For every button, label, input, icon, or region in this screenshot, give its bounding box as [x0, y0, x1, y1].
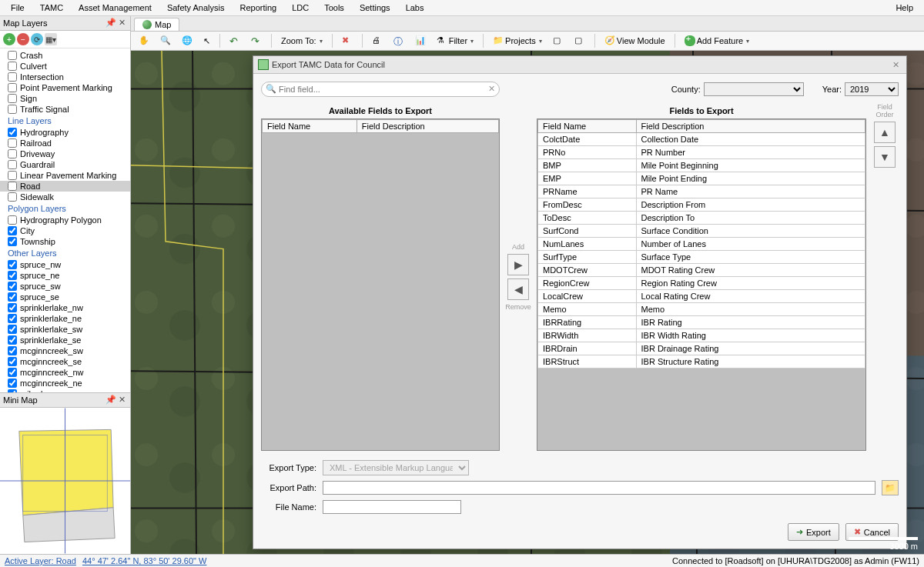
- tool-pointer[interactable]: ↖: [200, 35, 213, 48]
- menu-asset-management[interactable]: Asset Management: [71, 2, 159, 14]
- layer-checkbox[interactable]: [8, 314, 17, 323]
- layer-row[interactable]: mcginncreek_se: [0, 356, 130, 367]
- layer-row[interactable]: sprinklerlake_se: [0, 335, 130, 345]
- table-row[interactable]: MDOTCrewMDOT Rating Crew: [538, 264, 865, 277]
- layer-row[interactable]: Point Pavement Marking: [0, 82, 130, 93]
- layer-row[interactable]: Hydrography Polygon: [0, 215, 130, 225]
- layer-checkbox[interactable]: [8, 368, 17, 377]
- tool-print[interactable]: [369, 34, 386, 48]
- table-row[interactable]: SurfTypeSurface Type: [538, 251, 865, 264]
- view-module-button[interactable]: View Module: [601, 34, 668, 48]
- layer-row[interactable]: Linear Pavement Marking: [0, 170, 130, 181]
- tab-map[interactable]: Map: [134, 18, 179, 31]
- layer-checkbox[interactable]: [8, 128, 17, 137]
- layer-checkbox[interactable]: [8, 105, 17, 114]
- layer-row[interactable]: Culvert: [0, 61, 130, 72]
- export-fields-grid[interactable]: Field Name Field Description ColctDateCo…: [537, 118, 866, 451]
- table-row[interactable]: PRNoPR Number: [538, 146, 865, 159]
- layer-row[interactable]: spruce_nw: [0, 259, 130, 270]
- layer-row[interactable]: City: [0, 225, 130, 236]
- tool-next-extent[interactable]: [248, 34, 265, 48]
- tool-zoom-extent[interactable]: [179, 34, 196, 48]
- layer-row[interactable]: Sign: [0, 93, 130, 104]
- layer-checkbox[interactable]: [8, 335, 17, 345]
- tool-chart[interactable]: [412, 34, 429, 48]
- find-field-input[interactable]: [261, 82, 500, 97]
- layer-row[interactable]: Crash: [0, 50, 130, 61]
- add-button[interactable]: ▶: [507, 254, 529, 275]
- layer-row[interactable]: sprinklerlake_sw: [0, 324, 130, 335]
- layer-row[interactable]: Traffic Signal: [0, 104, 130, 115]
- active-layer-link[interactable]: Active Layer: Road: [5, 556, 76, 565]
- table-row[interactable]: IBRDrainIBR Drainage Rating: [538, 342, 865, 355]
- available-fields-grid[interactable]: Field Name Field Description: [261, 118, 500, 451]
- layer-row[interactable]: spruce_ne: [0, 270, 130, 281]
- table-row[interactable]: ToDescDescription To: [538, 212, 865, 225]
- col-field-name[interactable]: Field Name: [538, 120, 637, 133]
- tool-pan[interactable]: [136, 34, 152, 48]
- layer-checkbox[interactable]: [8, 149, 17, 158]
- table-row[interactable]: LocalCrewLocal Rating Crew: [538, 290, 865, 303]
- menu-tools[interactable]: Tools: [316, 2, 352, 14]
- layer-row[interactable]: sprinklerlake_nw: [0, 302, 130, 313]
- table-row[interactable]: MemoMemo: [538, 303, 865, 316]
- clear-icon[interactable]: ✕: [488, 84, 495, 94]
- move-up-button[interactable]: ▲: [874, 122, 896, 143]
- remove-button[interactable]: ◀: [507, 278, 529, 300]
- table-row[interactable]: IBRStructIBR Structure Rating: [538, 355, 865, 369]
- layer-row[interactable]: spruce_se: [0, 292, 130, 302]
- layer-row[interactable]: Hydrography: [0, 127, 130, 138]
- layer-checkbox[interactable]: [8, 357, 17, 366]
- export-path-input[interactable]: [323, 481, 875, 495]
- file-name-input[interactable]: [323, 500, 461, 514]
- layer-checkbox[interactable]: [8, 215, 17, 225]
- menu-ldc[interactable]: LDC: [284, 2, 316, 14]
- table-row[interactable]: NumLanesNumber of Lanes: [538, 238, 865, 251]
- layer-checkbox[interactable]: [8, 346, 17, 355]
- menu-tamc[interactable]: TAMC: [32, 2, 71, 14]
- move-down-button[interactable]: ▼: [874, 146, 896, 168]
- tool-zoom-rect[interactable]: [157, 34, 174, 48]
- layer-checkbox[interactable]: [8, 271, 17, 280]
- menu-settings[interactable]: Settings: [352, 2, 398, 14]
- layer-checkbox[interactable]: [8, 62, 17, 71]
- close-icon[interactable]: ✕: [116, 395, 127, 405]
- dialog-titlebar[interactable]: Export TAMC Data for Council ✕: [253, 56, 906, 74]
- table-row[interactable]: FromDescDescription From: [538, 198, 865, 212]
- layer-row[interactable]: Township: [0, 236, 130, 247]
- layer-checkbox[interactable]: [8, 226, 17, 235]
- col-field-desc[interactable]: Field Description: [357, 120, 498, 133]
- col-field-desc[interactable]: Field Description: [636, 120, 865, 133]
- close-icon[interactable]: ✕: [889, 60, 902, 70]
- layer-checkbox[interactable]: [8, 160, 17, 169]
- year-select[interactable]: 2019: [845, 82, 899, 96]
- menu-help[interactable]: Help: [888, 2, 921, 14]
- tool-window2[interactable]: [571, 34, 588, 48]
- layer-row[interactable]: Guardrail: [0, 159, 130, 170]
- export-button[interactable]: Export: [788, 523, 839, 541]
- menu-file[interactable]: File: [3, 2, 32, 14]
- pin-icon[interactable]: 📌: [105, 395, 116, 405]
- table-row[interactable]: PRNamePR Name: [538, 185, 865, 198]
- layer-row[interactable]: mcginncreek_nw: [0, 367, 130, 378]
- layer-checkbox[interactable]: [8, 171, 17, 180]
- add-layer-icon[interactable]: +: [3, 33, 15, 45]
- browse-button[interactable]: 📁: [882, 480, 899, 495]
- layer-checkbox[interactable]: [8, 51, 17, 60]
- layer-list[interactable]: CrashCulvertIntersectionPoint Pavement M…: [0, 48, 130, 392]
- tool-prev-extent[interactable]: [226, 34, 243, 48]
- table-row[interactable]: SurfCondSurface Condition: [538, 225, 865, 238]
- layer-row[interactable]: mcginncreek_ne: [0, 378, 130, 389]
- layer-row[interactable]: spruce_sw: [0, 281, 130, 292]
- layer-checkbox[interactable]: [8, 182, 17, 191]
- tool-info[interactable]: [390, 34, 407, 48]
- layer-row[interactable]: Road: [0, 181, 130, 192]
- filter-dropdown[interactable]: Filter: [434, 34, 477, 48]
- layer-checkbox[interactable]: [8, 72, 17, 82]
- layer-row[interactable]: sprinklerlake_ne: [0, 313, 130, 324]
- minimap-canvas[interactable]: [0, 408, 130, 554]
- layer-checkbox[interactable]: [8, 94, 17, 103]
- col-field-name[interactable]: Field Name: [263, 120, 357, 133]
- menu-labs[interactable]: Labs: [398, 2, 432, 14]
- layer-checkbox[interactable]: [8, 379, 17, 388]
